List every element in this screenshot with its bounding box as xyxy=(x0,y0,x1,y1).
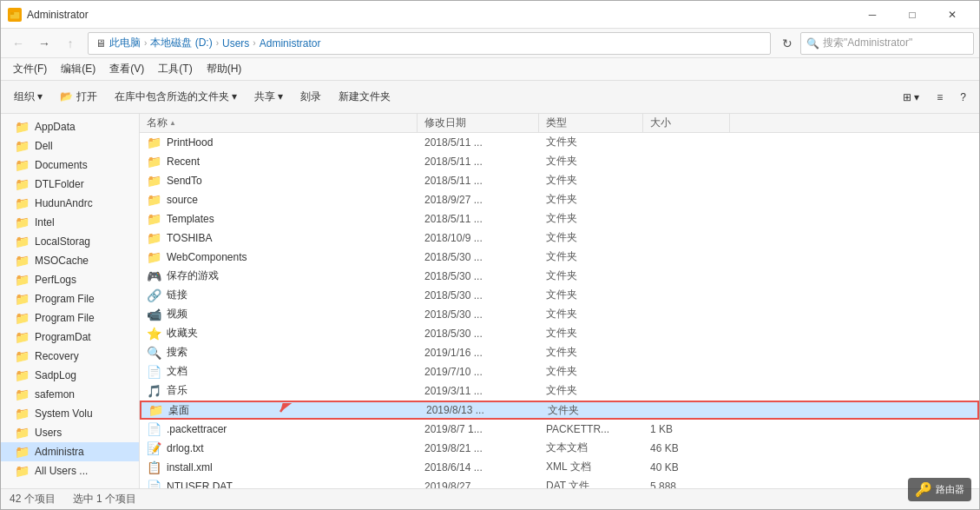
file-icon: 📁 xyxy=(147,155,161,169)
col-header-name[interactable]: 名称 ▲ xyxy=(140,114,418,132)
file-name: Templates xyxy=(167,213,214,225)
folder-icon: 📁 xyxy=(15,330,30,344)
file-type: 文件夹 xyxy=(539,173,643,188)
menu-file[interactable]: 文件(F) xyxy=(6,60,54,78)
refresh-button[interactable]: ↻ xyxy=(776,32,799,55)
file-name: 文档 xyxy=(167,364,187,379)
table-row[interactable]: 📁 WebComponents 2018/5/30 ... 文件夹 xyxy=(140,248,979,267)
help-button[interactable]: ? xyxy=(952,85,974,109)
sidebar-item-dtlfolder[interactable]: 📁 DTLFolder xyxy=(1,175,139,194)
menu-help[interactable]: 帮助(H) xyxy=(200,60,249,78)
file-date: 2018/5/11 ... xyxy=(418,136,539,149)
sidebar-item-localstorag[interactable]: 📁 LocalStorag xyxy=(1,232,139,251)
folder-icon: 📁 xyxy=(15,407,30,421)
crumb-computer[interactable]: 此电脑 xyxy=(109,36,141,50)
view-grid-button[interactable]: ⊞ ▾ xyxy=(895,85,927,109)
file-date: 2018/9/27 ... xyxy=(418,194,539,206)
table-row[interactable]: 📄 文档 2019/7/10 ... 文件夹 xyxy=(140,362,979,381)
table-row[interactable]: ⭐ 收藏夹 2018/5/30 ... 文件夹 xyxy=(140,324,979,343)
view-list-button[interactable]: ≡ xyxy=(929,85,950,109)
sidebar-item-label: PerfLogs xyxy=(35,274,76,286)
file-icon: 📁 xyxy=(147,231,161,245)
search-placeholder: 搜索"Administrator" xyxy=(823,36,912,50)
sidebar-item-administrator[interactable]: 📁 Administra xyxy=(1,442,139,461)
folder-icon: 📁 xyxy=(15,445,30,459)
up-button[interactable]: ↑ xyxy=(58,32,82,55)
table-row[interactable]: 📝 drlog.txt 2019/8/21 ... 文本文档 46 KB xyxy=(140,439,979,458)
sidebar-item-label: Users xyxy=(35,427,62,439)
sidebar-item-programdat[interactable]: 📁 ProgramDat xyxy=(1,328,139,347)
file-icon: 📁 xyxy=(147,174,161,188)
table-row[interactable]: 🎵 音乐 2019/3/11 ... 文件夹 xyxy=(140,381,979,401)
extract-button[interactable]: 在库中包含所选的文件夹 ▾ xyxy=(107,85,245,109)
table-row[interactable]: 📁 TOSHIBA 2018/10/9 ... 文件夹 xyxy=(140,229,979,248)
table-row[interactable]: 📋 install.xml 2018/6/14 ... XML 文档 40 KB xyxy=(140,458,979,477)
sidebar-item-safemon[interactable]: 📁 safemon xyxy=(1,385,139,404)
sidebar-item-documents[interactable]: 📁 Documents xyxy=(1,156,139,175)
sidebar-item-programfile2[interactable]: 📁 Program File xyxy=(1,308,139,328)
table-row[interactable]: 🎮 保存的游戏 2018/5/30 ... 文件夹 xyxy=(140,267,979,286)
table-row[interactable]: 📁 Templates 2018/5/11 ... 文件夹 xyxy=(140,209,979,229)
table-row[interactable]: 🔍 搜索 2019/1/16 ... 文件夹 xyxy=(140,343,979,362)
table-row[interactable]: 📹 视频 2018/5/30 ... 文件夹 xyxy=(140,305,979,324)
table-row[interactable]: 📁 Recent 2018/5/11 ... 文件夹 xyxy=(140,152,979,171)
file-type: 文件夹 xyxy=(539,135,643,149)
col-header-type[interactable]: 类型 xyxy=(539,114,643,132)
table-row[interactable]: 📄 NTUSER.DAT 2019/8/27 ... DAT 文件 5,888 … xyxy=(140,477,979,488)
table-row[interactable]: 📄 .packettracer 2019/8/7 1... PACKETTR..… xyxy=(140,420,979,439)
file-icon: 📄 xyxy=(147,480,161,489)
table-row[interactable]: 🔗 链接 2018/5/30 ... 文件夹 xyxy=(140,286,979,305)
col-header-size[interactable]: 大小 xyxy=(643,114,730,132)
sidebar-item-programfile1[interactable]: 📁 Program File xyxy=(1,289,139,308)
table-row[interactable]: 📁 SendTo 2018/5/11 ... 文件夹 xyxy=(140,171,979,190)
sidebar-item-sadplog[interactable]: 📁 SadpLog xyxy=(1,366,139,385)
menu-tools[interactable]: 工具(T) xyxy=(151,60,199,78)
sidebar-item-label: Program File xyxy=(35,293,95,305)
file-icon: 🔗 xyxy=(147,288,161,302)
close-button[interactable]: ✕ xyxy=(932,1,972,29)
sidebar-item-intel[interactable]: 📁 Intel xyxy=(1,213,139,232)
search-bar[interactable]: 🔍 搜索"Administrator" xyxy=(800,32,974,55)
file-date: 2018/5/30 ... xyxy=(418,289,539,301)
sidebar-item-users[interactable]: 📁 Users xyxy=(1,423,139,442)
open-button[interactable]: 📂 打开 xyxy=(52,85,104,109)
organize-button[interactable]: 组织 ▾ xyxy=(6,85,50,109)
maximize-button[interactable]: □ xyxy=(892,1,932,29)
file-icon: 📁 xyxy=(147,212,161,226)
menu-view[interactable]: 查看(V) xyxy=(102,60,151,78)
table-row[interactable]: 📁 PrintHood 2018/5/11 ... 文件夹 xyxy=(140,133,979,152)
file-type: 文件夹 xyxy=(539,345,643,360)
title-bar: Administrator ─ □ ✕ xyxy=(1,1,979,29)
table-row-desktop[interactable]: 📁 桌面 2019/8/13 ... xyxy=(140,401,979,420)
col-header-date[interactable]: 修改日期 xyxy=(418,114,539,132)
new-folder-button[interactable]: 新建文件夹 xyxy=(331,85,398,109)
sidebar-item-dell[interactable]: 📁 Dell xyxy=(1,136,139,156)
sidebar-item-appdata[interactable]: 📁 AppData xyxy=(1,117,139,136)
back-button[interactable]: ← xyxy=(6,32,30,55)
status-bar: 42 个项目 选中 1 个项目 xyxy=(1,488,979,509)
sidebar-item-recovery[interactable]: 📁 Recovery xyxy=(1,347,139,366)
folder-icon: 📁 xyxy=(15,235,30,248)
sidebar-item-huduandrc[interactable]: 📁 HudunAndrc xyxy=(1,194,139,213)
table-row[interactable]: 📁 source 2018/9/27 ... 文件夹 xyxy=(140,190,979,209)
crumb-users[interactable]: Users xyxy=(222,37,249,50)
menu-edit[interactable]: 编辑(E) xyxy=(54,60,102,78)
share-button[interactable]: 共享 ▾ xyxy=(247,85,291,109)
sidebar-item-perflogs[interactable]: 📁 PerfLogs xyxy=(1,270,139,289)
folder-icon: 📁 xyxy=(15,273,30,287)
crumb-disk[interactable]: 本地磁盘 (D:) xyxy=(150,36,212,50)
file-icon: ⭐ xyxy=(147,327,161,341)
address-bar[interactable]: 🖥 此电脑 › 本地磁盘 (D:) › Users › Administrato… xyxy=(88,32,771,55)
sidebar-item-msocache[interactable]: 📁 MSOCache xyxy=(1,251,139,270)
file-icon: 📁 xyxy=(148,403,163,417)
minimize-button[interactable]: ─ xyxy=(852,1,892,29)
sidebar-item-systemvolu[interactable]: 📁 System Volu xyxy=(1,404,139,423)
sidebar-item-allusers[interactable]: 📁 All Users ... xyxy=(1,461,139,480)
file-type: 文件夹 xyxy=(539,211,643,226)
burn-button[interactable]: 刻录 xyxy=(293,85,329,109)
crumb-admin[interactable]: Administrator xyxy=(260,37,321,50)
file-type: 文件夹 xyxy=(539,154,643,169)
file-type: 文件夹 xyxy=(539,326,643,341)
open-label: 📂 打开 xyxy=(60,89,96,104)
forward-button[interactable]: → xyxy=(32,32,56,55)
